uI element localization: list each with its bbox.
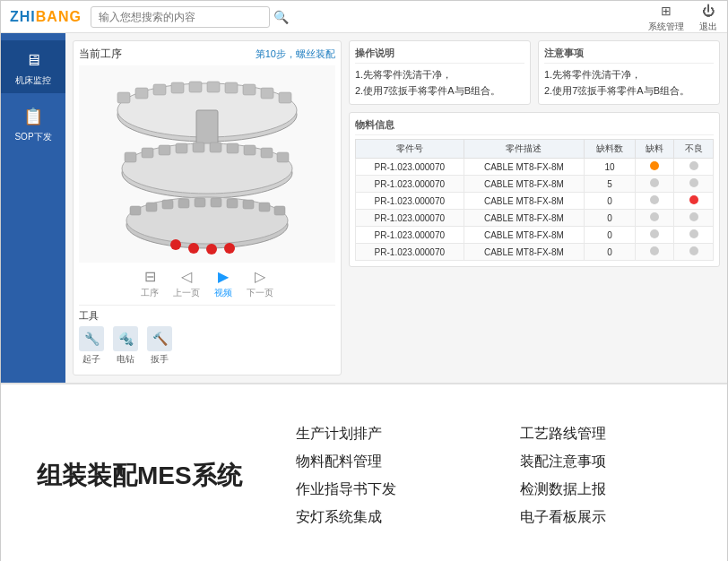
svg-rect-8 <box>225 82 238 93</box>
cell-part-no: PR-1.023.000070 <box>356 193 464 210</box>
sidebar-item-sop[interactable]: 📋 SOP下发 <box>1 97 65 150</box>
svg-rect-7 <box>207 82 220 92</box>
svg-rect-23 <box>261 148 273 158</box>
col-shortage-count: 缺料数 <box>585 140 636 159</box>
wrench-icon: 🔨 <box>147 326 172 351</box>
col-part-no: 零件号 <box>356 140 464 159</box>
feature-item: 装配注意事项 <box>520 453 691 471</box>
cell-part-no: PR-1.023.000070 <box>356 227 464 244</box>
app-header: ZHIBANG 🔍 ⊞ 系统管理 ⏻ 退出 <box>1 1 727 33</box>
logout-icon: ⏻ <box>698 1 718 21</box>
cell-part-no: PR-1.023.000070 <box>356 244 464 261</box>
cell-part-no: PR-1.023.000070 <box>356 159 464 176</box>
system-management-icon: ⊞ <box>656 1 676 21</box>
tools-list: 🔧 起子 🔩 电钻 🔨 扳手 <box>79 326 335 366</box>
shortage-dot <box>650 178 659 187</box>
cell-desc: CABLE MT8-FX-8M <box>464 176 584 193</box>
materials-panel: 物料信息 零件号 零件描述 缺料数 缺料 不良 <box>349 112 720 267</box>
svg-rect-3 <box>135 88 148 99</box>
system-management-button[interactable]: ⊞ 系统管理 <box>648 1 684 33</box>
tools-section: 工具 🔧 起子 🔩 电钻 <box>79 305 335 369</box>
sidebar-item-machine-monitor[interactable]: 🖥 机床监控 <box>1 40 65 93</box>
content-area: 当前工序 第10步，螺丝装配 <box>65 33 727 383</box>
logout-button[interactable]: ⏻ 退出 <box>698 1 718 33</box>
logo: ZHIBANG <box>10 9 82 25</box>
defect-dot <box>689 246 698 255</box>
play-icon: ▶ <box>218 268 229 285</box>
feature-item: 物料配料管理 <box>296 453 467 471</box>
svg-point-37 <box>170 239 181 250</box>
cell-desc: CABLE MT8-FX-8M <box>464 227 584 244</box>
svg-rect-19 <box>193 142 204 152</box>
search-area: 🔍 <box>91 6 639 28</box>
cell-defect-status <box>674 210 714 227</box>
shortage-dot <box>650 229 659 238</box>
shortage-dot <box>650 161 659 170</box>
defect-dot <box>689 212 698 221</box>
next-icon: ▷ <box>255 268 265 285</box>
notes-content: 1.先将零件洗清干净，2.使用7弦扳手将零件A与B组合。 <box>544 67 714 99</box>
defect-dot <box>689 161 698 170</box>
defect-dot <box>689 229 698 238</box>
table-row: PR-1.023.000070 CABLE MT8-FX-8M 0 <box>356 193 714 210</box>
cell-shortage-count: 10 <box>585 159 636 176</box>
work-order-icon: ⊟ <box>144 268 156 285</box>
notes-title: 注意事项 <box>544 47 714 64</box>
cell-desc: CABLE MT8-FX-8M <box>464 159 584 176</box>
process-panel: 当前工序 第10步，螺丝装配 <box>73 40 342 375</box>
defect-dot <box>689 195 698 204</box>
cell-shortage-count: 0 <box>585 227 636 244</box>
svg-rect-29 <box>162 200 173 209</box>
svg-rect-22 <box>244 145 256 155</box>
col-shortage: 缺料 <box>635 140 674 159</box>
svg-point-39 <box>206 244 217 255</box>
cell-defect-status <box>674 227 714 244</box>
cell-shortage-count: 0 <box>585 193 636 210</box>
svg-rect-18 <box>176 143 187 153</box>
svg-rect-34 <box>243 200 254 209</box>
work-order-button[interactable]: ⊟ 工序 <box>141 268 159 299</box>
feature-item: 检测数据上报 <box>520 480 691 499</box>
cell-shortage-status <box>635 244 674 261</box>
feature-item: 电子看板展示 <box>520 508 691 527</box>
prev-button[interactable]: ◁ 上一页 <box>173 268 200 299</box>
cell-shortage-count: 5 <box>585 176 636 193</box>
cell-part-no: PR-1.023.000070 <box>356 176 464 193</box>
materials-title: 物料信息 <box>355 118 714 135</box>
defect-dot <box>689 178 698 187</box>
svg-rect-16 <box>142 148 153 158</box>
cell-defect-status <box>674 244 714 261</box>
cell-shortage-status <box>635 227 674 244</box>
table-row: PR-1.023.000070 CABLE MT8-FX-8M 0 <box>356 227 714 244</box>
brand-title: 组装装配MES系统 <box>37 459 242 493</box>
feature-item: 安灯系统集成 <box>296 508 467 527</box>
cell-shortage-count: 0 <box>585 210 636 227</box>
bottom-section: 组装装配MES系统 生产计划排产工艺路线管理物料配料管理装配注意事项作业指导书下… <box>1 383 727 561</box>
gear-svg <box>91 65 324 263</box>
cell-shortage-status <box>635 176 674 193</box>
right-panels: 操作说明 1.先将零件洗清干净，2.使用7弦扳手将零件A与B组合。 注意事项 1… <box>349 40 720 375</box>
feature-item: 生产计划排产 <box>296 425 467 444</box>
play-button[interactable]: ▶ 视频 <box>214 268 232 299</box>
search-icon[interactable]: 🔍 <box>273 10 289 24</box>
cell-defect-status <box>674 159 714 176</box>
tool-wrench: 🔨 扳手 <box>147 326 172 366</box>
svg-rect-32 <box>211 198 221 207</box>
tools-title: 工具 <box>79 309 335 323</box>
table-row: PR-1.023.000070 CABLE MT8-FX-8M 0 <box>356 210 714 227</box>
process-controls: ⊟ 工序 ◁ 上一页 ▶ 视频 <box>79 263 335 305</box>
svg-rect-9 <box>243 84 256 95</box>
next-button[interactable]: ▷ 下一页 <box>247 268 273 299</box>
logo-part1: ZHI <box>10 9 36 24</box>
col-defect: 不良 <box>674 140 714 159</box>
search-input[interactable] <box>91 6 270 28</box>
drill-icon: 🔩 <box>113 326 138 351</box>
header-actions: ⊞ 系统管理 ⏻ 退出 <box>648 1 718 33</box>
notes-panel: 注意事项 1.先将零件洗清干净，2.使用7弦扳手将零件A与B组合。 <box>538 40 720 105</box>
svg-rect-11 <box>279 92 291 103</box>
svg-rect-15 <box>125 152 136 162</box>
cell-shortage-status <box>635 193 674 210</box>
cell-shortage-status <box>635 210 674 227</box>
cell-part-no: PR-1.023.000070 <box>356 210 464 227</box>
shortage-dot <box>650 246 659 255</box>
